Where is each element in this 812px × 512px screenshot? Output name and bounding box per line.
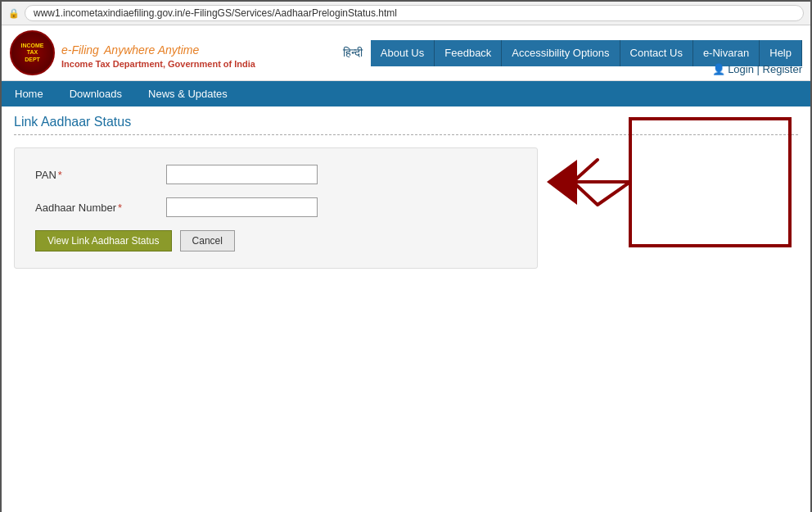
aadhaar-row: Aadhaar Number* [35,197,517,217]
pan-input[interactable] [166,165,318,184]
nav-e-nivaran[interactable]: e-Nivaran [693,40,760,66]
nav-about-us[interactable]: About Us [371,40,435,66]
svg-rect-0 [630,119,790,246]
aadhaar-input[interactable] [166,197,318,217]
separator: | [757,63,760,75]
brand-subtitle: Income Tax Department, Government of Ind… [61,59,255,69]
content-area: Link Aadhaar Status PAN* Aadhaar Number*… [2,106,810,434]
login-area: 👤 Login | Register [712,63,803,75]
brand-text: e-Filing Anywhere Anytime Income Tax Dep… [61,38,255,69]
arrow-annotation [532,115,794,279]
top-nav-links: About Us Feedback Accessibility Options … [371,40,802,66]
brand-title: e-Filing Anywhere Anytime [61,38,255,59]
register-link[interactable]: Register [763,63,802,75]
main-nav: Home Downloads News & Updates [2,81,810,106]
lock-icon: 🔒 [8,8,20,19]
url-bar: www1.incometaxindiaefiling.gov.in/e-Fili… [25,5,804,21]
pan-row: PAN* [35,165,517,184]
form-actions: View Link Aadhaar Status Cancel [35,230,517,251]
nav-home[interactable]: Home [2,81,56,106]
logo-icon: INCOMETAXDEPT [10,30,55,75]
nav-accessibility[interactable]: Accessibility Options [502,40,620,66]
nav-help[interactable]: Help [760,40,802,66]
svg-marker-1 [573,160,630,205]
hindi-link[interactable]: हिन्दी [343,46,363,60]
pan-label: PAN* [35,169,166,181]
svg-marker-3 [547,160,577,205]
brand-tagline: Anywhere Anytime [104,43,199,57]
page-title: Link Aadhaar Status [14,115,798,135]
nav-contact-us[interactable]: Contact Us [620,40,693,66]
browser-bar: 🔒 www1.incometaxindiaefiling.gov.in/e-Fi… [2,2,810,25]
form-container: PAN* Aadhaar Number* View Link Aadhaar S… [14,147,538,269]
logo-area: INCOMETAXDEPT e-Filing Anywhere Anytime … [10,30,255,75]
nav-downloads[interactable]: Downloads [56,81,135,106]
cancel-button[interactable]: Cancel [180,230,235,251]
person-icon: 👤 [712,63,725,75]
view-link-aadhaar-button[interactable]: View Link Aadhaar Status [35,230,172,251]
nav-feedback[interactable]: Feedback [435,40,502,66]
top-header: INCOMETAXDEPT e-Filing Anywhere Anytime … [2,25,810,81]
aadhaar-label: Aadhaar Number* [35,202,166,214]
nav-news-updates[interactable]: News & Updates [135,81,241,106]
login-link[interactable]: Login [728,63,754,75]
